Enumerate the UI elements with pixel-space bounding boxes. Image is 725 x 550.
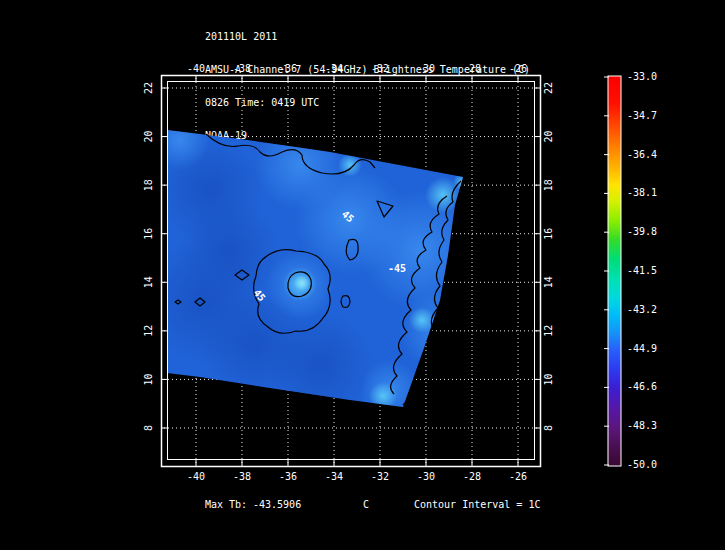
y-tick-label-left: 8 — [143, 425, 154, 431]
colorbar-tick-label: -36.4 — [627, 149, 657, 160]
y-tick-label-left: 20 — [143, 131, 154, 143]
satellite-product-page: 201110L 2011 AMSU-A Channel 7 (54.94GHz)… — [0, 0, 725, 550]
y-tick-label-right: 14 — [543, 276, 554, 288]
colorbar-tick-label: -50.0 — [627, 459, 657, 470]
y-tick-label-left: 22 — [143, 82, 154, 94]
x-tick-label-bottom: -32 — [371, 471, 389, 482]
x-tick-label-top: -32 — [371, 63, 389, 74]
y-tick-label-right: 16 — [543, 228, 554, 240]
brightness-temperature-swath — [140, 110, 550, 420]
colorbar-tick-label: -46.6 — [627, 381, 657, 392]
x-tick-label-bottom: -28 — [463, 471, 481, 482]
map-plot: 45-4545 -40-40-38-38-36-36-34-34-32-32-3… — [0, 0, 725, 550]
x-tick-label-bottom: -26 — [509, 471, 527, 482]
colorbar-tick-label: -39.8 — [627, 226, 657, 237]
x-tick-label-bottom: -38 — [233, 471, 251, 482]
x-tick-label-bottom: -30 — [417, 471, 435, 482]
y-tick-label-left: 14 — [143, 276, 154, 288]
x-tick-label-top: -36 — [279, 63, 297, 74]
colorbar: -33.0-34.7-36.4-38.1-39.8-41.5-43.2-44.9… — [604, 71, 657, 470]
max-tb-label: Max Tb: — [205, 499, 247, 510]
x-tick-label-top: -40 — [187, 63, 205, 74]
y-tick-label-left: 10 — [143, 373, 154, 385]
colorbar-tick-label: -33.0 — [627, 71, 657, 82]
colorbar-tick-label: -34.7 — [627, 110, 657, 121]
x-tick-label-bottom: -40 — [187, 471, 205, 482]
contour-interval-text: Contour Interval = 1C — [414, 499, 540, 510]
x-tick-label-top: -30 — [417, 63, 435, 74]
y-tick-label-right: 22 — [543, 82, 554, 94]
x-tick-label-top: -34 — [325, 63, 343, 74]
x-tick-label-bottom: -34 — [325, 471, 343, 482]
y-tick-label-right: 18 — [543, 179, 554, 191]
y-tick-label-right: 12 — [543, 325, 554, 337]
x-tick-label-top: -28 — [463, 63, 481, 74]
colorbar-tick-label: -48.3 — [627, 420, 657, 431]
contour-value-label: -45 — [388, 263, 406, 274]
colorbar-tick-label: -41.5 — [627, 265, 657, 276]
max-tb-unit: C — [363, 499, 369, 510]
x-tick-label-bottom: -36 — [279, 471, 297, 482]
max-tb-value: -43.5906 — [253, 499, 301, 510]
x-tick-label-top: -38 — [233, 63, 251, 74]
y-tick-label-right: 8 — [543, 425, 554, 431]
colorbar-tick-label: -44.9 — [627, 343, 657, 354]
y-tick-label-left: 18 — [143, 179, 154, 191]
colorbar-gradient-bar — [608, 76, 621, 466]
colorbar-tick-label: -43.2 — [627, 304, 657, 315]
colorbar-tick-label: -38.1 — [627, 187, 657, 198]
y-tick-label-left: 16 — [143, 228, 154, 240]
y-tick-label-right: 20 — [543, 131, 554, 143]
x-tick-label-top: -26 — [509, 63, 527, 74]
y-tick-label-right: 10 — [543, 373, 554, 385]
y-tick-label-left: 12 — [143, 325, 154, 337]
